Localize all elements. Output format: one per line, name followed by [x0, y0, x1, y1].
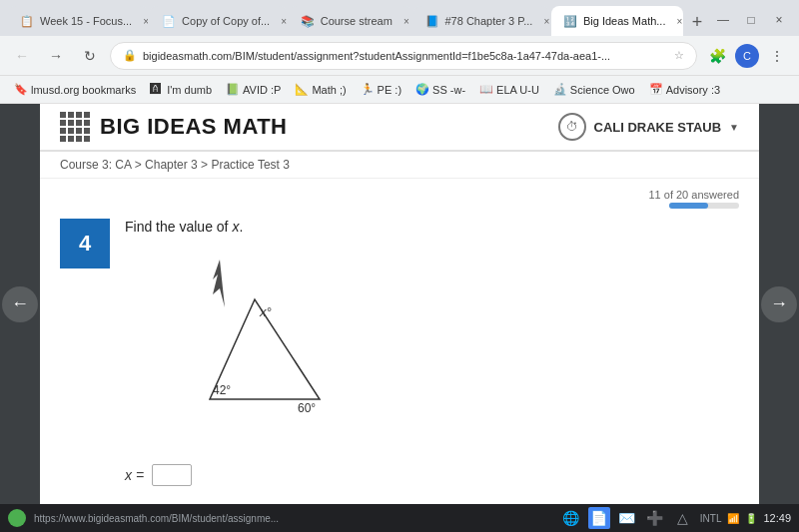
- bim-header: BIG IDEAS MATH ⏱ CALI DRAKE STAUB ▼: [40, 104, 759, 152]
- bookmark-imdumb[interactable]: 🅰 I'm dumb: [144, 81, 218, 99]
- taskbar: https://www.bigideasmath.com/BIM/student…: [0, 504, 799, 532]
- bookmark-label-lmusd: lmusd.org bookmarks: [31, 84, 136, 96]
- bookmark-icon-science: 🔬: [553, 83, 567, 97]
- tab-favicon-2: 📄: [162, 14, 176, 28]
- tab-label-1: Week 15 - Focus...: [40, 15, 132, 27]
- bookmark-icon-imdumb: 🅰: [150, 83, 164, 97]
- browser-bar: ← → ↻ 🔒 bigideasmath.com/BIM/student/ass…: [0, 36, 799, 76]
- page-wrapper: ← BIG IDEAS MATH ⏱ CALI DRAKE STAUB ▼ Co…: [0, 104, 799, 504]
- url-text: bigideasmath.com/BIM/student/assignment?…: [143, 50, 668, 62]
- question-body: Find the value of x. x° 42°: [125, 219, 739, 444]
- bookmark-label-ss: SS -w-: [432, 84, 465, 96]
- bookmark-pe[interactable]: 🏃 PE :): [355, 81, 407, 99]
- right-nav-area: →: [759, 104, 799, 504]
- tab-favicon-5: 🔢: [563, 14, 577, 28]
- maximize-button[interactable]: □: [739, 8, 763, 32]
- browser-actions: 🧩 C ⋮: [703, 42, 791, 70]
- tab-label-5: Big Ideas Math...: [583, 15, 666, 27]
- tab-course-stream[interactable]: 📚 Course stream ×: [289, 6, 411, 36]
- bookmark-ss[interactable]: 🌍 SS -w-: [409, 81, 471, 99]
- tab-close-4[interactable]: ×: [538, 13, 549, 29]
- lock-icon: 🔒: [123, 49, 137, 62]
- timer-icon: ⏱: [558, 113, 586, 141]
- bookmark-avid[interactable]: 📗 AVID :P: [220, 81, 287, 99]
- grid-icon: [60, 112, 90, 142]
- bookmark-icon-avid: 📗: [226, 83, 240, 97]
- tab-favicon-1: 📋: [20, 14, 34, 28]
- bookmark-icon-ela: 📖: [479, 83, 493, 97]
- bim-logo: BIG IDEAS MATH: [60, 112, 287, 142]
- bookmark-label-pe: PE :): [378, 84, 401, 96]
- bookmark-lmusd[interactable]: 🔖 lmusd.org bookmarks: [8, 81, 142, 99]
- tab-bar: 📋 Week 15 - Focus... × 📄 Copy of Copy of…: [0, 0, 799, 36]
- triangle-diagram: x° 42° 60°: [125, 245, 345, 444]
- bookmark-label-math: Math ;): [312, 84, 346, 96]
- bookmark-ela[interactable]: 📖 ELA U-U: [473, 81, 545, 99]
- profile-button[interactable]: C: [735, 44, 759, 68]
- address-bar[interactable]: 🔒 bigideasmath.com/BIM/student/assignmen…: [110, 42, 697, 70]
- svg-text:60°: 60°: [298, 401, 316, 415]
- tab-bigideas[interactable]: 🔢 Big Ideas Math... ×: [551, 6, 683, 36]
- time-display: 12:49: [763, 512, 791, 524]
- docs-app-icon[interactable]: 📄: [588, 507, 610, 529]
- question-area: 11 of 20 answered 4 Find the value of x.: [40, 179, 759, 504]
- tab-close-1[interactable]: ×: [138, 13, 148, 29]
- tab-label-4: #78 Chapter 3 P...: [445, 15, 533, 27]
- close-button[interactable]: ×: [767, 8, 791, 32]
- bookmark-math[interactable]: 📐 Math ;): [289, 81, 352, 99]
- left-nav-area: ←: [0, 104, 40, 504]
- svg-marker-0: [213, 260, 225, 307]
- user-dropdown-arrow[interactable]: ▼: [729, 122, 739, 133]
- tab-close-2[interactable]: ×: [276, 13, 287, 29]
- bookmark-label-avid: AVID :P: [243, 84, 281, 96]
- chrome-app-icon[interactable]: 🌐: [560, 507, 582, 529]
- answer-label: x =: [125, 467, 144, 483]
- tab-copy[interactable]: 📄 Copy of Copy of... ×: [150, 6, 287, 36]
- progress-bar-fill: [669, 203, 708, 209]
- prev-button[interactable]: ←: [2, 286, 38, 322]
- drive-app-icon[interactable]: △: [672, 507, 694, 529]
- tab-favicon-3: 📚: [301, 14, 315, 28]
- breadcrumb: Course 3: CA > Chapter 3 > Practice Test…: [40, 152, 759, 179]
- minimize-button[interactable]: —: [711, 8, 735, 32]
- bookmark-icon-lmusd: 🔖: [14, 83, 28, 97]
- bookmark-advisory[interactable]: 📅 Advisory :3: [643, 81, 726, 99]
- reload-button[interactable]: ↻: [76, 42, 104, 70]
- gmail-app-icon[interactable]: ✉️: [616, 507, 638, 529]
- triangle-svg: x° 42° 60°: [125, 245, 345, 444]
- forward-button[interactable]: →: [42, 42, 70, 70]
- power-indicator: [8, 509, 26, 527]
- tab-label-3: Course stream: [321, 15, 393, 27]
- svg-text:x°: x°: [259, 304, 272, 319]
- answer-area: x =: [60, 464, 739, 486]
- bookmark-icon-pe: 🏃: [361, 83, 375, 97]
- menu-button[interactable]: ⋮: [763, 42, 791, 70]
- battery-icon: 🔋: [745, 513, 757, 524]
- extensions-button[interactable]: 🧩: [703, 42, 731, 70]
- tab-favicon-4: 📘: [425, 14, 439, 28]
- calc-app-icon[interactable]: ➕: [644, 507, 666, 529]
- answer-input[interactable]: [152, 464, 192, 486]
- progress-bar-container: [669, 203, 739, 209]
- tab-close-5[interactable]: ×: [671, 13, 682, 29]
- tab-week15[interactable]: 📋 Week 15 - Focus... ×: [8, 6, 148, 36]
- next-button[interactable]: →: [761, 286, 797, 322]
- user-area: ⏱ CALI DRAKE STAUB ▼: [558, 113, 740, 141]
- taskbar-right: 🌐 📄 ✉️ ➕ △ INTL 📶 🔋 12:49: [560, 507, 791, 529]
- progress-text: 11 of 20 answered: [648, 189, 739, 201]
- new-tab-button[interactable]: +: [685, 8, 709, 36]
- keyboard-layout: INTL: [700, 513, 722, 524]
- bookmark-icon-advisory: 📅: [649, 83, 663, 97]
- back-button[interactable]: ←: [8, 42, 36, 70]
- user-name: CALI DRAKE STAUB: [594, 120, 722, 135]
- bookmark-label-science: Science Owo: [570, 84, 635, 96]
- bim-title: BIG IDEAS MATH: [100, 114, 287, 140]
- tab-close-3[interactable]: ×: [399, 13, 411, 29]
- url-status: https://www.bigideasmath.com/BIM/student…: [34, 513, 279, 524]
- taskbar-apps: 🌐 📄 ✉️ ➕ △: [560, 507, 694, 529]
- question-content: 4 Find the value of x. x°: [60, 219, 739, 444]
- bookmark-label-ela: ELA U-U: [496, 84, 539, 96]
- bookmark-science[interactable]: 🔬 Science Owo: [547, 81, 641, 99]
- svg-text:42°: 42°: [213, 383, 231, 397]
- tab-chapter3[interactable]: 📘 #78 Chapter 3 P... ×: [413, 6, 549, 36]
